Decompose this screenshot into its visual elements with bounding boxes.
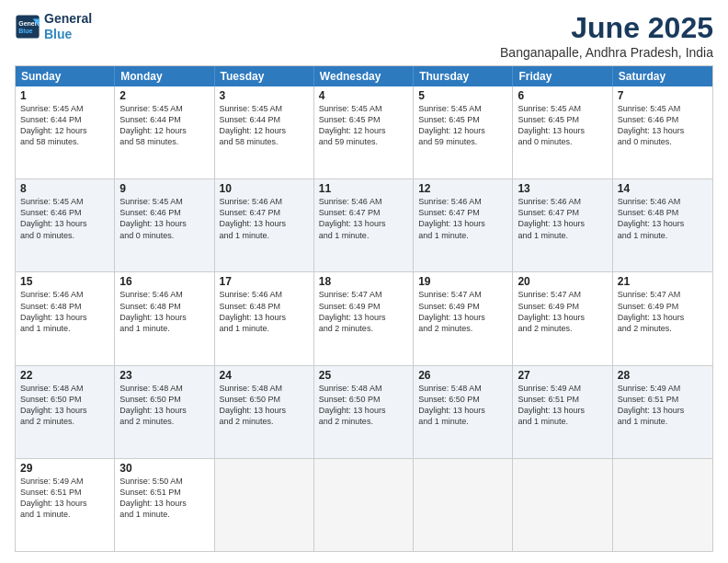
page: General Blue General Blue June 2025 Bang… [0,0,728,563]
day-9: 9 Sunrise: 5:45 AMSunset: 6:46 PMDayligh… [115,179,214,271]
day-15: 15 Sunrise: 5:46 AMSunset: 6:48 PMDaylig… [16,272,115,364]
svg-text:Blue: Blue [18,28,32,34]
day-12: 12 Sunrise: 5:46 AMSunset: 6:47 PMDaylig… [414,179,513,271]
day-7: 7 Sunrise: 5:45 AMSunset: 6:46 PMDayligh… [613,86,712,178]
header: General Blue General Blue June 2025 Bang… [15,11,713,60]
header-friday: Friday [513,66,612,86]
day-18: 18 Sunrise: 5:47 AMSunset: 6:49 PMDaylig… [314,272,414,364]
month-title: June 2025 [500,11,713,45]
day-11: 11 Sunrise: 5:46 AMSunset: 6:47 PMDaylig… [314,179,414,271]
calendar: Sunday Monday Tuesday Wednesday Thursday… [15,65,713,552]
week-row-4: 22 Sunrise: 5:48 AMSunset: 6:50 PMDaylig… [16,365,712,458]
day-27: 27 Sunrise: 5:49 AMSunset: 6:51 PMDaylig… [513,366,612,458]
header-wednesday: Wednesday [314,66,414,86]
week-row-5: 29 Sunrise: 5:49 AMSunset: 6:51 PMDaylig… [16,458,712,551]
empty-5 [613,459,712,551]
header-saturday: Saturday [613,66,712,86]
day-5: 5 Sunrise: 5:45 AMSunset: 6:45 PMDayligh… [414,86,513,178]
day-29: 29 Sunrise: 5:49 AMSunset: 6:51 PMDaylig… [16,459,115,551]
day-26: 26 Sunrise: 5:48 AMSunset: 6:50 PMDaylig… [414,366,513,458]
week-row-2: 8 Sunrise: 5:45 AMSunset: 6:46 PMDayligh… [16,178,712,271]
day-1: 1 Sunrise: 5:45 AMSunset: 6:44 PMDayligh… [16,86,115,178]
svg-rect-0 [16,15,39,38]
day-17: 17 Sunrise: 5:46 AMSunset: 6:48 PMDaylig… [215,272,314,364]
day-6: 6 Sunrise: 5:45 AMSunset: 6:45 PMDayligh… [513,86,612,178]
day-21: 21 Sunrise: 5:47 AMSunset: 6:49 PMDaylig… [613,272,712,364]
day-10: 10 Sunrise: 5:46 AMSunset: 6:47 PMDaylig… [215,179,314,271]
day-13: 13 Sunrise: 5:46 AMSunset: 6:47 PMDaylig… [513,179,612,271]
day-8: 8 Sunrise: 5:45 AMSunset: 6:46 PMDayligh… [16,179,115,271]
logo-icon: General Blue [15,14,40,40]
empty-4 [513,459,612,551]
empty-1 [215,459,314,551]
week-row-1: 1 Sunrise: 5:45 AMSunset: 6:44 PMDayligh… [16,86,712,178]
logo: General Blue General Blue [15,11,92,42]
week-row-3: 15 Sunrise: 5:46 AMSunset: 6:48 PMDaylig… [16,271,712,364]
day-28: 28 Sunrise: 5:49 AMSunset: 6:51 PMDaylig… [613,366,712,458]
location: Banganapalle, Andhra Pradesh, India [500,45,713,60]
day-20: 20 Sunrise: 5:47 AMSunset: 6:49 PMDaylig… [513,272,612,364]
header-sunday: Sunday [16,66,115,86]
calendar-body: 1 Sunrise: 5:45 AMSunset: 6:44 PMDayligh… [16,86,712,551]
day-24: 24 Sunrise: 5:48 AMSunset: 6:50 PMDaylig… [215,366,314,458]
header-monday: Monday [115,66,214,86]
day-19: 19 Sunrise: 5:47 AMSunset: 6:49 PMDaylig… [414,272,513,364]
empty-3 [414,459,513,551]
header-tuesday: Tuesday [215,66,314,86]
day-30: 30 Sunrise: 5:50 AMSunset: 6:51 PMDaylig… [115,459,214,551]
day-16: 16 Sunrise: 5:46 AMSunset: 6:48 PMDaylig… [115,272,214,364]
day-25: 25 Sunrise: 5:48 AMSunset: 6:50 PMDaylig… [314,366,414,458]
day-2: 2 Sunrise: 5:45 AMSunset: 6:44 PMDayligh… [115,86,214,178]
day-4: 4 Sunrise: 5:45 AMSunset: 6:45 PMDayligh… [314,86,414,178]
day-23: 23 Sunrise: 5:48 AMSunset: 6:50 PMDaylig… [115,366,214,458]
header-thursday: Thursday [414,66,513,86]
calendar-header: Sunday Monday Tuesday Wednesday Thursday… [16,66,712,86]
day-14: 14 Sunrise: 5:46 AMSunset: 6:48 PMDaylig… [613,179,712,271]
day-3: 3 Sunrise: 5:45 AMSunset: 6:44 PMDayligh… [215,86,314,178]
empty-2 [314,459,414,551]
title-block: June 2025 Banganapalle, Andhra Pradesh, … [500,11,713,60]
logo-text: General Blue [44,11,92,42]
day-22: 22 Sunrise: 5:48 AMSunset: 6:50 PMDaylig… [16,366,115,458]
